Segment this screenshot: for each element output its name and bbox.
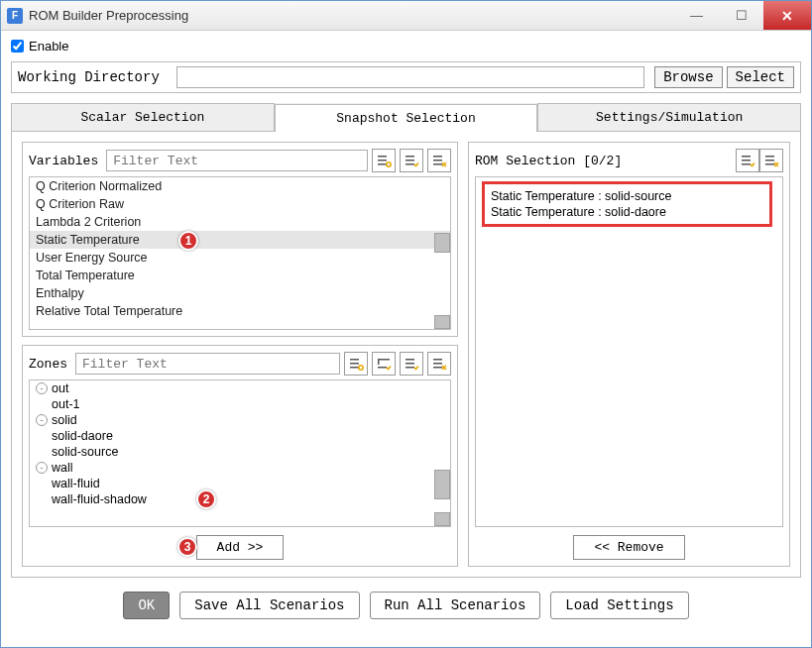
svg-rect-21 [433, 363, 442, 365]
rom-highlight-box: Static Temperature : solid-source Static… [482, 181, 772, 227]
tree-item[interactable]: -solid [30, 412, 450, 428]
annotation-2: 2 [196, 489, 216, 509]
collapse-icon[interactable]: - [36, 462, 48, 474]
dialog-window: F ROM Builder Preprocessing — ☐ ✕ Enable… [0, 0, 812, 648]
zones-select-highlighted-icon[interactable] [344, 352, 368, 376]
svg-rect-26 [765, 156, 774, 158]
list-item[interactable]: Q Criterion Raw [30, 195, 450, 213]
browse-button[interactable]: Browse [654, 66, 722, 88]
collapse-icon[interactable]: - [36, 414, 48, 426]
list-item[interactable]: Static Temperature [30, 231, 450, 249]
ok-button[interactable]: OK [123, 592, 170, 619]
list-item[interactable]: Total Temperature [30, 267, 450, 284]
zones-tree[interactable]: -out out-1 -solid solid-daore solid-sour… [29, 379, 451, 527]
annotation-3: 3 [177, 537, 197, 557]
svg-rect-16 [378, 367, 387, 369]
svg-rect-27 [765, 160, 774, 162]
svg-rect-15 [378, 359, 380, 365]
add-button[interactable]: Add >> [196, 535, 285, 560]
run-all-scenarios-button[interactable]: Run All Scenarios [370, 592, 541, 619]
scrollbar-down[interactable] [434, 512, 450, 526]
svg-rect-0 [378, 156, 387, 158]
working-directory-input[interactable] [176, 66, 644, 88]
svg-rect-4 [406, 156, 414, 158]
tab-snapshot-selection[interactable]: Snapshot Selection [275, 104, 538, 132]
list-item[interactable]: User Energy Source [30, 249, 450, 267]
tree-item[interactable]: wall-fluid-shadow [30, 491, 450, 507]
zones-label: Zones [29, 357, 67, 372]
svg-rect-5 [406, 160, 414, 162]
snapshot-panel: Variables Q Criterion Normalized Q Crite… [11, 132, 801, 578]
list-item[interactable]: Q Criterion Normalized [30, 177, 450, 195]
tree-item[interactable]: -wall [30, 460, 450, 476]
enable-checkbox[interactable] [11, 40, 24, 53]
variables-label: Variables [29, 154, 98, 168]
tab-bar: Scalar Selection Snapshot Selection Sett… [11, 103, 801, 132]
svg-rect-28 [765, 163, 774, 165]
zones-deselect-all-icon[interactable] [427, 352, 451, 376]
tree-item[interactable]: wall-fluid [30, 476, 450, 491]
svg-rect-22 [433, 367, 442, 369]
list-item[interactable]: Static Temperature : solid-source [491, 188, 763, 204]
zones-group: Zones -out out-1 -solid solid-daore soli… [22, 345, 458, 567]
svg-rect-9 [433, 163, 442, 165]
variables-select-all-icon[interactable] [400, 149, 423, 172]
rom-selection-label: ROM Selection [0/2] [475, 154, 732, 168]
close-button[interactable]: ✕ [763, 1, 811, 30]
svg-rect-17 [406, 359, 414, 361]
collapse-icon[interactable]: - [36, 382, 48, 394]
annotation-1: 1 [178, 231, 198, 251]
svg-rect-14 [378, 359, 390, 361]
rom-selection-list[interactable]: Static Temperature : solid-source Static… [475, 176, 783, 527]
svg-rect-10 [350, 359, 359, 361]
svg-rect-11 [350, 363, 359, 365]
variables-deselect-all-icon[interactable] [427, 149, 451, 172]
scrollbar-down[interactable] [434, 315, 450, 329]
variables-select-highlighted-icon[interactable] [372, 149, 396, 172]
save-all-scenarios-button[interactable]: Save All Scenarios [179, 592, 359, 619]
rom-select-all-icon[interactable] [736, 149, 759, 172]
zones-filter-mode-icon[interactable] [372, 352, 396, 376]
list-item[interactable]: Static Temperature : solid-daore [491, 204, 763, 220]
enable-label: Enable [29, 39, 68, 54]
working-directory-row: Working Directory Browse Select [11, 61, 801, 93]
svg-rect-20 [433, 359, 442, 361]
variables-group: Variables Q Criterion Normalized Q Crite… [22, 142, 458, 337]
svg-rect-7 [433, 156, 442, 158]
tree-item[interactable]: solid-source [30, 444, 450, 460]
zones-select-all-icon[interactable] [400, 352, 423, 376]
svg-rect-12 [350, 367, 359, 369]
svg-rect-25 [742, 163, 751, 165]
variables-list[interactable]: Q Criterion Normalized Q Criterion Raw L… [29, 176, 451, 330]
tree-item[interactable]: solid-daore [30, 428, 450, 444]
remove-button[interactable]: << Remove [573, 535, 684, 560]
tab-settings-simulation[interactable]: Settings/Simulation [537, 103, 801, 131]
svg-point-13 [359, 366, 363, 370]
tree-item[interactable]: -out [30, 380, 450, 396]
list-item[interactable]: Relative Total Temperature [30, 302, 450, 320]
titlebar: F ROM Builder Preprocessing — ☐ ✕ [1, 1, 811, 31]
svg-rect-6 [406, 163, 414, 165]
list-item[interactable]: Lambda 2 Criterion [30, 213, 450, 231]
app-icon: F [7, 8, 23, 24]
rom-deselect-all-icon[interactable] [759, 149, 783, 172]
maximize-button[interactable]: ☐ [719, 1, 763, 30]
scrollbar-thumb[interactable] [434, 470, 450, 499]
variables-filter-input[interactable] [106, 150, 368, 171]
minimize-button[interactable]: — [674, 1, 719, 30]
tree-item[interactable]: out-1 [30, 396, 450, 412]
working-directory-label: Working Directory [18, 69, 176, 85]
zones-filter-input[interactable] [75, 353, 340, 375]
load-settings-button[interactable]: Load Settings [550, 592, 688, 619]
window-title: ROM Builder Preprocessing [29, 8, 674, 23]
svg-rect-24 [742, 160, 751, 162]
svg-rect-8 [433, 160, 442, 162]
rom-selection-group: ROM Selection [0/2] Static Temperature :… [468, 142, 790, 567]
svg-rect-23 [742, 156, 751, 158]
svg-rect-1 [378, 160, 387, 162]
tab-scalar-selection[interactable]: Scalar Selection [11, 103, 275, 131]
list-item[interactable]: Enthalpy [30, 284, 450, 302]
select-button[interactable]: Select [727, 66, 794, 88]
scrollbar-thumb[interactable] [434, 233, 450, 253]
footer: OK Save All Scenarios Run All Scenarios … [11, 578, 801, 633]
